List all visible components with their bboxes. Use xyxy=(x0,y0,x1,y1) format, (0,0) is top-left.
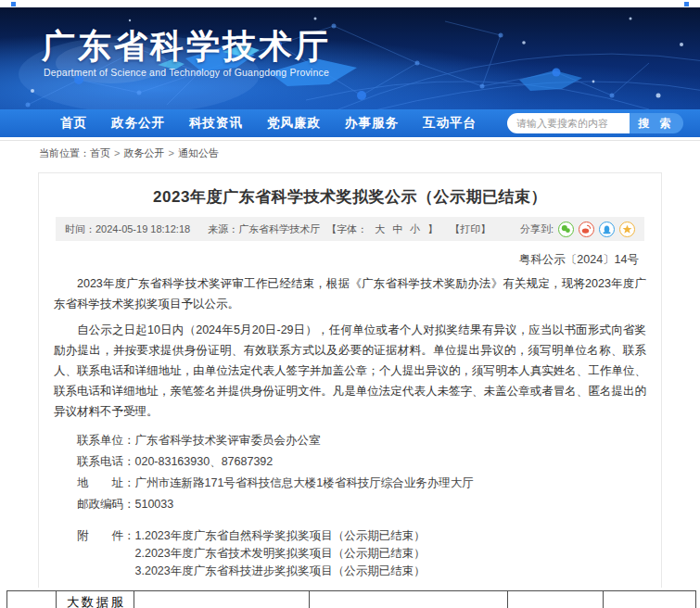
fontsize-button-3[interactable]: 小 xyxy=(410,223,420,234)
breadcrumb-separator: > xyxy=(114,147,120,158)
wechat-share-icon[interactable] xyxy=(558,222,574,237)
share-icons xyxy=(554,222,635,237)
meta-left: 时间：2024-05-19 18:12:18 来源：广东省科学技术厅 【字体：大… xyxy=(65,222,494,236)
contact-label: 地 址： xyxy=(77,476,135,489)
table-row: 24 大数据服务器主板用高速高多层印制电路关键技术及产业化 黎钦源曾 红彭镜辉杨… xyxy=(7,591,696,608)
deco-square-icon xyxy=(684,2,689,6)
weibo-share-icon[interactable] xyxy=(579,222,594,237)
nav-item-6[interactable]: 互动平台 xyxy=(411,115,489,132)
contact-line-1: 联系单位：广东省科学技术奖评审委员会办公室 xyxy=(77,430,646,451)
attachment-link-3[interactable]: 3.2023年度广东省科技进步奖拟奖项目（公示期已结束） xyxy=(135,563,426,580)
fontsize-suffix: 】 xyxy=(427,223,438,234)
fontsize-prefix: 【字体： xyxy=(326,223,367,234)
breadcrumb-label: 当前位置： xyxy=(39,147,90,158)
cell-organizations: 广州广合科技股份有限公司华南理工大学 xyxy=(310,591,508,608)
print-button[interactable]: 【打印】 xyxy=(450,223,490,234)
awardee-name: 黎钦源 xyxy=(146,604,197,608)
share-label: 分享到: xyxy=(520,222,554,236)
site-subtitle-english: Department of Science and Technology of … xyxy=(44,67,329,78)
breadcrumb: 当前位置：首页>政务公开>通知公告 xyxy=(0,141,700,167)
contact-value: 广东省科学技术奖评审委员会办公室 xyxy=(135,434,321,447)
breadcrumb-separator: > xyxy=(168,147,173,158)
document-number: 粤科公示〔2024〕14号 xyxy=(48,241,652,268)
cell-nominator: 广州市科学技术局 xyxy=(508,591,604,608)
top-strip xyxy=(0,0,700,7)
fontsize-button-2[interactable]: 中 xyxy=(392,223,402,234)
fontsize-button-1[interactable]: 大 xyxy=(375,223,385,234)
source: 来源：广东省科学技术厅 xyxy=(208,223,320,234)
contact-line-2: 联系电话：020-83163930、87687392 xyxy=(77,451,646,473)
nav-item-5[interactable]: 办事服务 xyxy=(333,115,411,132)
awardee-name: 曾 红 xyxy=(197,604,247,608)
contact-value: 510033 xyxy=(135,498,174,511)
article-meta-bar: 时间：2024-05-19 18:12:18 来源：广东省科学技术厅 【字体：大… xyxy=(56,217,644,241)
cell-category: J06-仪器仪表与电器 xyxy=(604,591,696,608)
page: 广东省科学技术厅 Department of Science and Techn… xyxy=(0,0,700,608)
attachments-label: 附 件： xyxy=(77,527,135,580)
fontsize-buttons: 大中小 xyxy=(371,223,424,234)
page-title: 2023年度广东省科学技术奖拟奖公示（公示期已结束） xyxy=(48,186,652,208)
site-title: 广东省科学技术厅 xyxy=(42,24,331,70)
main-nav: 首页政务公开科技资讯党风廉政办事服务互动平台 搜 索 xyxy=(0,109,700,137)
breadcrumb-link-3[interactable]: 通知公告 xyxy=(178,147,219,158)
contact-info: 联系单位：广东省科学技术奖评审委员会办公室联系电话：020-83163930、8… xyxy=(54,430,646,515)
search-bar: 搜 索 xyxy=(507,113,683,133)
nav-item-4[interactable]: 党风廉政 xyxy=(255,115,333,132)
qq-share-icon[interactable] xyxy=(599,222,615,237)
nav-item-3[interactable]: 科技资讯 xyxy=(177,115,255,132)
publish-time: 时间：2024-05-19 18:12:18 xyxy=(65,223,190,234)
nav-menu: 首页政务公开科技资讯党风廉政办事服务互动平台 xyxy=(48,115,489,132)
breadcrumb-link-1[interactable]: 首页 xyxy=(90,147,110,158)
awardee-name: 彭镜辉 xyxy=(247,604,297,608)
cell-project-name: 大数据服务器主板用高速高多层印制电路关键技术及产业化 xyxy=(57,591,134,608)
search-button[interactable]: 搜 索 xyxy=(630,113,683,133)
qzone-share-icon[interactable] xyxy=(619,222,635,237)
contact-label: 联系单位： xyxy=(77,434,135,447)
attachment-link-2[interactable]: 2.2023年度广东省技术发明奖拟奖项目（公示期已结束） xyxy=(135,545,426,563)
deco-square-icon xyxy=(11,2,16,6)
breadcrumb-link-2[interactable]: 政务公开 xyxy=(123,147,164,158)
contact-label: 联系电话： xyxy=(77,455,135,468)
paragraph-1: 2023年度广东省科学技术奖评审工作已经结束，根据《广东省科学技术奖励办法》有关… xyxy=(54,273,646,314)
attachment-list: 1.2023年度广东省自然科学奖拟奖项目（公示期已结束）2.2023年度广东省技… xyxy=(135,527,426,580)
share-bar: 分享到: xyxy=(520,222,635,237)
contact-line-3: 地 址：广州市连新路171号省科技信息大楼1楼省科技厅综合业务办理大厅 xyxy=(77,473,646,494)
cell-serial-number: 24 xyxy=(7,591,57,608)
awardee-name-grid: 黎钦源曾 红彭镜辉杨 舒田 玲黄 欣钟根带向参军张德金倪浩然 xyxy=(135,604,308,608)
article: 2023年度广东省科学技术奖拟奖公示（公示期已结束） 时间：2024-05-19… xyxy=(38,172,662,588)
attachment-link-1[interactable]: 1.2023年度广东省自然科学奖拟奖项目（公示期已结束） xyxy=(135,527,426,545)
site-banner: 广东省科学技术厅 Department of Science and Techn… xyxy=(0,7,700,109)
contact-value: 广州市连新路171号省科技信息大楼1楼省科技厅综合业务办理大厅 xyxy=(135,476,474,489)
nav-item-2[interactable]: 政务公开 xyxy=(99,115,177,132)
award-table: 24 大数据服务器主板用高速高多层印制电路关键技术及产业化 黎钦源曾 红彭镜辉杨… xyxy=(6,590,696,608)
contact-value: 020-83163930、87687392 xyxy=(135,455,274,468)
contact-line-4: 邮政编码：510033 xyxy=(77,494,646,515)
search-input[interactable] xyxy=(507,113,630,133)
nav-item-1[interactable]: 首页 xyxy=(48,115,99,132)
paragraph-2: 自公示之日起10日内（2024年5月20日-29日），任何单位或者个人对拟奖结果… xyxy=(54,320,646,422)
cell-awardees: 黎钦源曾 红彭镜辉杨 舒田 玲黄 欣钟根带向参军张德金倪浩然 xyxy=(134,591,310,608)
attachments: 附 件： 1.2023年度广东省自然科学奖拟奖项目（公示期已结束）2.2023年… xyxy=(54,527,646,580)
breadcrumb-links: 首页>政务公开>通知公告 xyxy=(90,147,219,158)
project-name-text: 大数据服务器主板用高速高多层印制电路关键技术及产业化 xyxy=(57,592,133,608)
contact-label: 邮政编码： xyxy=(77,498,135,511)
